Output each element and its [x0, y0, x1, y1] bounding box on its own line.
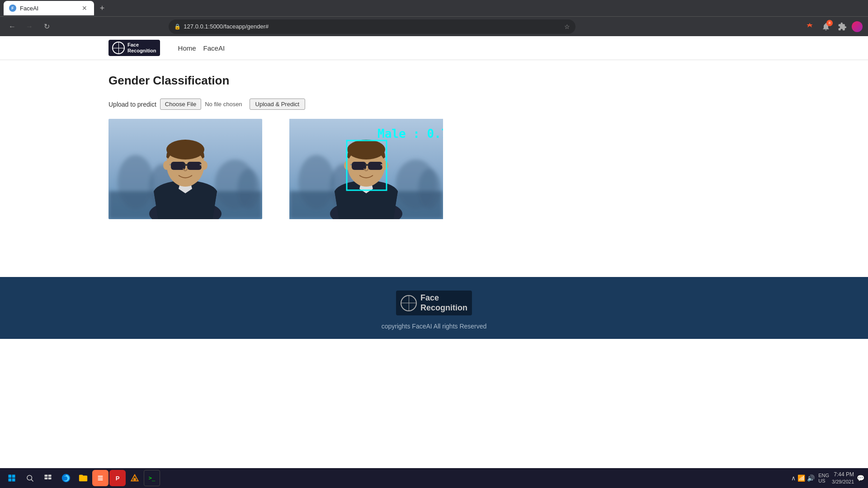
upload-predict-button[interactable]: Upload & Predict	[250, 99, 306, 110]
svg-point-15	[163, 161, 170, 170]
nav-bar: ← → ↻ 🔒 127.0.0.1:5000/faceapp/gender# ☆…	[0, 16, 868, 36]
notification-button[interactable]: 8	[819, 20, 833, 33]
url-text: 127.0.0.1:5000/faceapp/gender#	[184, 23, 561, 30]
main-content: Gender Classification Upload to predict …	[0, 60, 868, 277]
footer-logo-box: Face Recognition	[396, 291, 472, 315]
logo-box: Face Recognition	[108, 40, 160, 56]
svg-text:Male :  0.78: Male : 0.78	[377, 127, 443, 141]
lock-icon: 🔒	[174, 23, 181, 30]
result-photo-wrapper: Male : 0.78	[289, 119, 443, 219]
result-photo: Male : 0.78	[289, 119, 443, 219]
tab-close-button[interactable]: ✕	[80, 4, 89, 12]
svg-rect-11	[187, 162, 202, 170]
new-tab-button[interactable]: +	[96, 2, 108, 14]
tab-favicon: F	[9, 5, 16, 12]
app-navbar: Face Recognition Home FaceAI	[0, 36, 868, 60]
bookmark-icon: ☆	[564, 23, 570, 30]
choose-file-button[interactable]: Choose File	[160, 99, 201, 110]
footer-logo-text: Face Recognition	[420, 293, 467, 313]
nav-faceai[interactable]: FaceAI	[203, 44, 225, 52]
tab-title: FaceAI	[20, 5, 38, 12]
profile-avatar[interactable]	[852, 21, 863, 32]
svg-point-33	[382, 161, 388, 170]
upload-label: Upload to predict	[108, 101, 156, 108]
footer: Face Recognition copyrights FaceAI All r…	[0, 277, 868, 339]
svg-point-16	[201, 161, 208, 170]
logo-globe-icon	[112, 42, 125, 54]
nav-right-icons: 8	[803, 20, 863, 33]
svg-rect-29	[365, 164, 368, 166]
page-content: Face Recognition Home FaceAI Gender Clas…	[0, 36, 868, 339]
browser-window: F FaceAI ✕ + ← → ↻ 🔒 127.0.0.1:5000/face…	[0, 0, 868, 36]
logo-text: Face Recognition	[127, 42, 156, 54]
page-title: Gender Classification	[108, 74, 760, 88]
notification-badge: 8	[826, 20, 833, 26]
images-container: Male : 0.78	[108, 119, 760, 219]
active-tab[interactable]: F FaceAI ✕	[4, 1, 94, 15]
back-button[interactable]: ←	[5, 20, 19, 33]
address-bar[interactable]: 🔒 127.0.0.1:5000/faceapp/gender# ☆	[169, 19, 576, 34]
original-photo-wrapper	[108, 119, 262, 219]
svg-rect-12	[184, 164, 187, 166]
svg-rect-28	[368, 162, 382, 170]
reload-button[interactable]: ↻	[40, 20, 53, 33]
footer-globe-icon	[401, 295, 417, 311]
nav-links: Home FaceAI	[178, 44, 225, 52]
nav-home[interactable]: Home	[178, 44, 196, 52]
brave-icon-button[interactable]	[803, 20, 816, 33]
footer-logo: Face Recognition	[396, 291, 472, 315]
upload-section: Upload to predict Choose File No file ch…	[108, 99, 760, 110]
extensions-button[interactable]	[835, 20, 849, 33]
footer-copyright: copyrights FaceAI All rights Reserved	[382, 323, 487, 330]
forward-button[interactable]: →	[23, 20, 36, 33]
logo-container: Face Recognition	[108, 40, 160, 56]
tab-bar: F FaceAI ✕ +	[0, 0, 868, 16]
file-name-display: No file chosen	[205, 101, 242, 108]
original-photo	[108, 119, 262, 219]
